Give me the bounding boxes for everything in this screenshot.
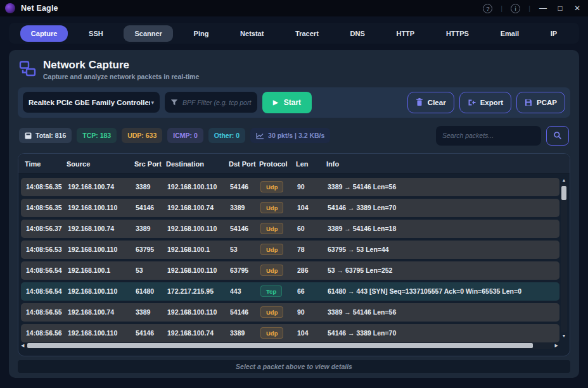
table-row[interactable]: 14:08:56.35192.168.100.743389192.168.100… [21,178,559,196]
cell-dst-port: 443 [230,287,260,295]
tab-ssh[interactable]: SSH [78,25,114,42]
table-row[interactable]: 14:08:56.56192.168.100.11054146192.168.1… [21,324,559,342]
close-button[interactable]: ✕ [573,4,582,13]
column-header: Src Port [134,160,166,168]
protocol-badge: Udp [260,244,283,255]
cell-len: 90 [297,308,328,316]
app-window: Net Eagle ? | i | — □ ✕ CaptureSSHScanne… [0,0,588,388]
cell-destination: 172.217.215.95 [167,287,230,295]
tab-capture[interactable]: Capture [20,25,68,42]
cell-protocol: Udp [260,265,297,276]
column-header: Source [67,160,134,168]
cell-len: 104 [297,204,328,211]
minimize-button[interactable]: — [539,4,547,13]
cell-info: 3389 → 54146 Len=56 [328,183,559,191]
help-icon[interactable]: ? [483,4,492,13]
titlebar-divider: | [501,4,502,12]
detail-hint: Select a packet above to view details [18,360,570,373]
maximize-button[interactable]: □ [556,4,565,13]
line-chart-icon [256,132,264,139]
table-row[interactable]: 14:08:56.55192.168.100.743389192.168.100… [21,303,559,322]
total-packets-badge: Total: 816 [19,128,72,143]
search-button[interactable] [546,126,569,146]
clear-button[interactable]: Clear [407,92,454,113]
column-header: Destination [166,160,229,168]
cell-src-port: 54146 [136,329,167,337]
search-input[interactable] [442,132,535,139]
vertical-scroll-thumb[interactable] [561,186,566,200]
cell-protocol: Tcp [260,285,297,297]
bpf-filter-input[interactable] [182,99,252,106]
tab-scanner[interactable]: Scanner [124,25,172,42]
tab-ping[interactable]: Ping [183,25,220,42]
cell-len: 104 [297,329,328,337]
filter-funnel-icon [170,99,178,106]
cell-info: 61480 → 443 [SYN] Seq=1337105557 Ack=0 W… [328,287,559,295]
scroll-right-icon[interactable]: ▶ [555,343,558,348]
table-row[interactable]: 14:08:56.53192.168.100.11063795192.168.1… [21,241,559,259]
adapter-select[interactable]: Realtek PCIe GbE Family Controller ▾ [23,92,160,113]
export-button[interactable]: Export [459,92,511,113]
protocol-badge: Udp [260,223,283,234]
horizontal-scrollbar[interactable]: ◀ ▶ [21,342,558,349]
cell-source: 192.168.100.74 [68,225,136,232]
table-row[interactable]: 14:08:56.35192.168.100.11054146192.168.1… [21,199,559,217]
tab-tracert[interactable]: Tracert [284,25,329,42]
cell-src-port: 63795 [136,246,167,253]
cell-source: 192.168.100.110 [68,246,136,253]
cell-time: 14:08:56.55 [26,308,68,316]
column-header: Len [296,160,326,168]
chevron-down-icon: ▾ [151,99,154,106]
start-button-label: Start [284,98,301,107]
vertical-scrollbar[interactable]: ▲ ▼ [560,177,568,339]
tab-dns[interactable]: DNS [340,25,376,42]
cell-source: 192.168.100.1 [68,266,136,274]
search-field [436,126,541,146]
titlebar-divider: | [528,4,530,12]
page-subtitle: Capture and analyze network packets in r… [43,73,199,80]
scroll-up-icon[interactable]: ▲ [562,177,566,184]
cell-source: 192.168.100.110 [68,329,136,337]
horizontal-scroll-track[interactable] [26,342,553,349]
app-logo-eagle-icon [5,3,15,13]
tab-https[interactable]: HTTPS [435,25,480,42]
protocol-badge: Udp [260,306,283,318]
info-icon[interactable]: i [511,4,520,13]
tab-email[interactable]: Email [490,25,530,42]
cell-src-port: 61480 [136,287,167,295]
scroll-down-icon[interactable]: ▼ [562,333,566,339]
packet-rows: 14:08:56.35192.168.100.743389192.168.100… [18,174,570,356]
cell-src-port: 3389 [136,225,167,232]
horizontal-scroll-thumb[interactable] [27,343,533,348]
column-header: Info [326,160,570,168]
cell-time: 14:08:56.37 [26,225,68,232]
cell-len: 286 [297,266,328,274]
cell-src-port: 53 [136,266,167,274]
export-button-label: Export [480,99,503,106]
other-count-badge: Other: 0 [208,128,245,143]
cell-source: 192.168.100.74 [68,183,136,191]
tab-netstat[interactable]: Netstat [229,25,274,42]
tab-bar: CaptureSSHScannerPingNetstatTracertDNSHT… [9,23,579,44]
cell-dst-port: 53 [230,246,260,253]
cell-dst-port: 54146 [230,308,260,316]
cell-info: 3389 → 54146 Len=56 [328,308,559,316]
cell-protocol: Udp [260,202,297,213]
cell-protocol: Udp [260,223,297,234]
table-row[interactable]: 14:08:56.54192.168.100.11061480172.217.2… [21,282,559,301]
table-row[interactable]: 14:08:56.37192.168.100.743389192.168.100… [21,220,559,238]
cell-source: 192.168.100.110 [68,204,136,211]
cell-len: 66 [297,287,328,295]
vertical-scroll-track[interactable] [561,184,567,332]
pcap-button[interactable]: PCAP [516,92,565,113]
cell-dst-port: 54146 [230,183,260,191]
app-title: Net Eagle [21,4,58,13]
tab-ip[interactable]: IP [540,25,568,42]
scroll-left-icon[interactable]: ◀ [21,343,24,348]
column-header: Protocol [259,160,296,168]
tab-http[interactable]: HTTP [385,25,425,42]
start-capture-button[interactable]: ▶ Start [262,92,312,113]
table-row[interactable]: 14:08:56.54192.168.100.153192.168.100.11… [21,261,559,280]
cell-src-port: 3389 [136,308,167,316]
cell-info: 54146 → 3389 Len=70 [328,329,559,337]
